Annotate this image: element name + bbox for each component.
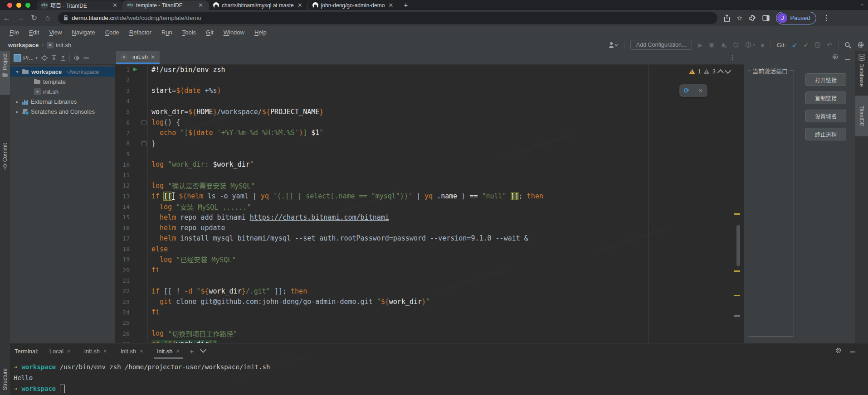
terminal-tab[interactable]: init.sh✕ <box>82 343 110 359</box>
close-icon[interactable]: ✕ <box>103 348 107 354</box>
code-line[interactable] <box>147 149 744 159</box>
menu-window[interactable]: Window <box>219 29 249 36</box>
editor-body[interactable]: 1▶#!/usr/bin/env zsh23start=$(date +%s)4… <box>115 64 744 343</box>
code-line[interactable]: log() { <box>147 117 744 127</box>
code-line[interactable]: fi <box>147 307 744 318</box>
code-row[interactable]: 21 <box>115 275 744 286</box>
code-line[interactable]: helm repo update <box>147 222 744 233</box>
code-line[interactable]: start=$(date +%s) <box>147 86 744 96</box>
code-line[interactable]: else <box>147 244 744 254</box>
debug-bug-icon[interactable] <box>708 42 715 48</box>
warning-mark[interactable] <box>734 270 740 272</box>
code-row[interactable]: 12log "确认是否需要安装 MySQL" <box>115 180 744 191</box>
code-row[interactable]: 9 <box>115 149 744 159</box>
code-line[interactable]: helm install mysql bitnami/mysql --set a… <box>147 233 744 244</box>
browser-tab[interactable]: john-deng/go-admin-demo✕ <box>307 0 399 10</box>
search-icon[interactable] <box>844 42 851 48</box>
close-tab-icon[interactable]: ✕ <box>297 2 303 9</box>
code-line[interactable] <box>147 75 744 85</box>
port-button[interactable]: 打开链接 <box>805 73 846 86</box>
profile-paused-button[interactable]: J Paused <box>776 12 816 24</box>
terminal-output[interactable]: ➔workspace /usr/bin/env zsh /home/projec… <box>10 359 868 394</box>
code-row[interactable]: 15 helm repo add bitnami https://charts.… <box>115 212 744 222</box>
refresh-icon[interactable]: ⟳ <box>684 87 690 95</box>
project-view-dropdown[interactable]: Pr... ▾ <box>14 54 38 62</box>
info-mark[interactable] <box>734 315 740 317</box>
code-row[interactable]: 7 echo "[$(date '+%Y-%m-%d %H:%M.%S')] $… <box>115 128 744 138</box>
minimize-window-icon[interactable] <box>16 3 21 8</box>
code-row[interactable]: 18else <box>115 244 744 254</box>
code-row[interactable]: 14 log "安装 MySQL ......" <box>115 202 744 212</box>
code-line[interactable]: log "确认是否需要安装 MySQL" <box>147 180 744 191</box>
menu-git[interactable]: Git <box>201 29 219 36</box>
port-button[interactable]: 设置域名 <box>805 110 846 122</box>
terminal-tab[interactable]: Local✕ <box>47 343 73 359</box>
hide-panel-icon[interactable] <box>83 58 89 58</box>
panel-settings-gear-icon[interactable] <box>832 53 839 62</box>
inspections-widget[interactable]: 1 3 <box>689 68 730 75</box>
close-icon[interactable]: ✕ <box>698 87 703 94</box>
tree-expander-icon[interactable]: ▸ <box>15 109 20 114</box>
terminal-dropdown-chevron-icon[interactable] <box>201 347 205 355</box>
tool-stripe-database[interactable]: Database <box>855 51 868 89</box>
locate-file-icon[interactable] <box>41 55 48 61</box>
code-row[interactable]: 26log "切换到项目工作路径" <box>115 328 744 338</box>
code-line[interactable]: if [[ ! -d "${work_dir}/.git" ]]; then <box>147 286 744 296</box>
tree-expander-icon[interactable]: ▸ <box>15 99 20 104</box>
macos-window-controls[interactable] <box>0 0 37 10</box>
browser-menu-kebab-icon[interactable]: ⋮ <box>823 13 830 23</box>
tree-row[interactable]: >init.sh <box>10 87 115 96</box>
port-button[interactable]: 复制链接 <box>805 92 846 104</box>
code-row[interactable]: 22if [[ ! -d "${work_dir}/.git" ]]; then <box>115 286 744 296</box>
close-icon[interactable]: ✕ <box>176 348 180 354</box>
code-line[interactable]: log "已经安装 MySQL" <box>147 254 744 265</box>
code-row[interactable]: 27cd "${work_dir}" <box>115 339 744 343</box>
attach-debug-icon[interactable] <box>721 42 727 48</box>
menu-navigate[interactable]: Navigate <box>67 29 100 36</box>
stop-icon[interactable]: ■ <box>761 42 765 48</box>
scrollbar-thumb[interactable] <box>736 225 740 266</box>
code-row[interactable]: 8} <box>115 138 744 149</box>
address-bar[interactable]: demo.titanide.cn/ide/web/coding/template… <box>58 12 717 24</box>
git-update-icon[interactable]: ↙ <box>792 41 798 49</box>
tree-row[interactable]: ▸Scratches and Consoles <box>10 106 115 116</box>
code-row[interactable]: 6log() { <box>115 117 744 127</box>
tree-row[interactable]: ▸External Libraries <box>10 96 115 106</box>
settings-gear-icon[interactable] <box>857 41 864 48</box>
run-line-icon[interactable]: ▶ <box>133 66 137 72</box>
code-line[interactable]: #!/usr/bin/env zsh <box>147 64 744 75</box>
next-issue-chevron-icon[interactable] <box>725 67 731 74</box>
forward-icon[interactable]: → <box>14 14 27 23</box>
code-line[interactable]: echo "[$(date '+%Y-%m-%d %H:%M.%S')] $1" <box>147 128 744 138</box>
code-row[interactable]: 4 <box>115 96 744 106</box>
close-tab-icon[interactable]: ✕ <box>197 2 204 9</box>
code-row[interactable]: 16 helm repo update <box>115 222 744 233</box>
code-line[interactable]: log "work_dir: $work_dir" <box>147 159 744 170</box>
code-row[interactable]: 10log "work_dir: $work_dir" <box>115 159 744 170</box>
rollback-icon[interactable]: ↶ <box>827 41 832 48</box>
tool-stripe-titanide[interactable]: TitanIDE <box>855 96 868 136</box>
code-line[interactable] <box>147 96 744 106</box>
code-line[interactable]: work_dir=${HOME}/workspace/${PROJECT_NAM… <box>147 106 744 117</box>
refresh-popup[interactable]: ⟳ ✕ <box>679 84 707 97</box>
user-dropdown-icon[interactable] <box>608 42 618 48</box>
tab-search-chevron-icon[interactable]: ⌄ <box>860 1 864 7</box>
run-icon[interactable]: ▶ <box>698 42 702 48</box>
close-tab-icon[interactable]: ✕ <box>387 2 394 9</box>
code-line[interactable]: git clone git@github.com:john-deng/go-ad… <box>147 297 744 307</box>
tree-expander-icon[interactable]: ▾ <box>15 69 20 74</box>
warning-mark[interactable] <box>734 295 740 296</box>
tree-row[interactable]: template <box>10 77 115 87</box>
editor-options-kebab-icon[interactable]: ⋮ <box>729 53 736 61</box>
bookmark-star-icon[interactable]: ☆ <box>736 14 742 22</box>
tool-stripe-commit[interactable]: Commit <box>0 141 10 191</box>
tree-row[interactable]: ▾workspace~/workspace <box>10 67 115 77</box>
menu-file[interactable]: File <box>5 29 24 36</box>
code-row[interactable]: 23 git clone git@github.com:john-deng/go… <box>115 297 744 307</box>
code-line[interactable]: } <box>147 138 744 149</box>
add-configuration-button[interactable]: Add Configuration... <box>630 40 692 50</box>
maximize-window-icon[interactable] <box>25 3 30 8</box>
code-line[interactable]: log "切换到项目工作路径" <box>147 328 744 338</box>
editor-tab-init-sh[interactable]: > init.sh ✕ <box>116 51 160 64</box>
history-clock-icon[interactable] <box>814 42 821 48</box>
